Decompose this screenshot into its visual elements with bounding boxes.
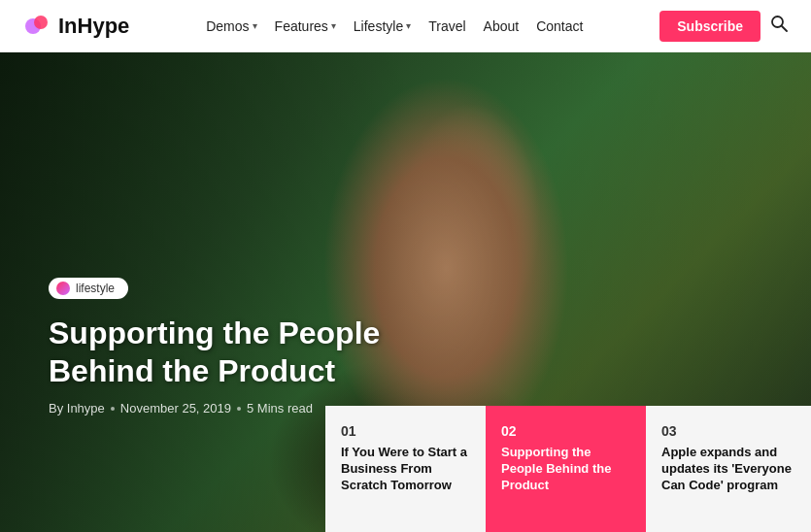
featured-card-3[interactable]: 03 Apple expands and updates its 'Everyo… — [646, 406, 811, 532]
badge-text: lifestyle — [76, 282, 115, 295]
card-title-3: Apple expands and updates its 'Everyone … — [661, 445, 795, 494]
hero-section: lifestyle Supporting the People Behind t… — [0, 52, 811, 532]
main-nav: Demos ▾ Features ▾ Lifestyle ▾ Travel Ab… — [200, 15, 589, 38]
logo[interactable]: InHype — [23, 13, 129, 40]
nav-item-demos[interactable]: Demos ▾ — [200, 15, 262, 38]
svg-point-2 — [772, 17, 783, 27]
header-actions: Subscribe — [659, 11, 788, 42]
hero-read-time: 5 Mins read — [247, 401, 313, 416]
card-number-3: 03 — [661, 423, 795, 439]
nav-item-lifestyle[interactable]: Lifestyle ▾ — [348, 15, 417, 38]
nav-item-features[interactable]: Features ▾ — [269, 15, 342, 38]
chevron-down-icon: ▾ — [331, 20, 336, 31]
nav-item-travel[interactable]: Travel — [422, 15, 471, 38]
header: InHype Demos ▾ Features ▾ Lifestyle ▾ Tr… — [0, 0, 811, 52]
svg-line-3 — [782, 26, 787, 31]
featured-card-1[interactable]: 01 If You Were to Start a Business From … — [325, 406, 486, 532]
category-badge[interactable]: lifestyle — [49, 278, 128, 299]
hero-title: Supporting the People Behind the Product — [49, 315, 456, 389]
svg-point-1 — [34, 16, 48, 29]
featured-card-2[interactable]: 02 Supporting the People Behind the Prod… — [486, 406, 646, 532]
meta-separator-1 — [111, 407, 115, 411]
card-title-2: Supporting the People Behind the Product — [501, 445, 630, 494]
meta-separator-2 — [237, 407, 241, 411]
hero-author: By Inhype — [49, 401, 105, 416]
card-title-1: If You Were to Start a Business From Scr… — [341, 445, 470, 494]
featured-cards: 01 If You Were to Start a Business From … — [325, 406, 811, 532]
hero-content: lifestyle Supporting the People Behind t… — [49, 278, 456, 416]
card-number-2: 02 — [501, 423, 630, 439]
badge-dot — [56, 282, 70, 295]
subscribe-button[interactable]: Subscribe — [659, 11, 760, 42]
nav-item-contact[interactable]: Contact — [530, 15, 589, 38]
logo-text: InHype — [58, 14, 129, 39]
card-number-1: 01 — [341, 423, 470, 439]
logo-icon — [23, 13, 51, 40]
chevron-down-icon: ▾ — [406, 20, 411, 31]
nav-item-about[interactable]: About — [478, 15, 525, 38]
chevron-down-icon: ▾ — [253, 20, 257, 31]
search-icon — [770, 15, 788, 32]
hero-date: November 25, 2019 — [120, 401, 231, 416]
search-button[interactable] — [770, 15, 788, 37]
